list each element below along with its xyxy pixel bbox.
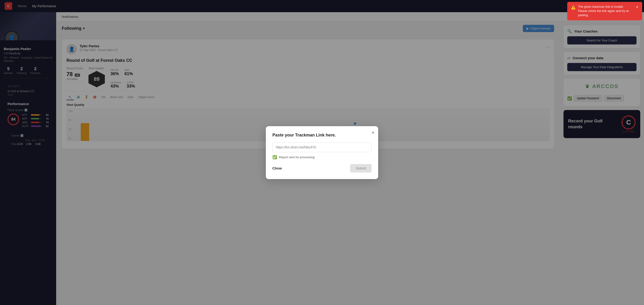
modal-submit-button[interactable]: Submit bbox=[350, 164, 372, 172]
warning-icon: ⚠️ bbox=[571, 5, 576, 10]
modal-overlay: Paste your Trackman Link here. × ✅ Repor… bbox=[0, 0, 644, 305]
error-toast: ⚠️ The given trackman link is invalid. P… bbox=[567, 2, 642, 20]
toast-message: The given trackman link is invalid. Plea… bbox=[578, 5, 632, 18]
modal-actions: Close Submit bbox=[272, 164, 372, 172]
toast-close-button[interactable]: × bbox=[636, 5, 638, 10]
modal-close-button[interactable]: Close bbox=[272, 164, 282, 172]
modal-success-message: ✅ Report sent for processing bbox=[272, 155, 372, 160]
success-check-icon: ✅ bbox=[272, 155, 277, 160]
modal-title: Paste your Trackman Link here. bbox=[272, 133, 372, 138]
trackman-modal: Paste your Trackman Link here. × ✅ Repor… bbox=[266, 126, 378, 179]
trackman-link-input[interactable] bbox=[272, 142, 372, 152]
modal-close-x-button[interactable]: × bbox=[372, 130, 374, 135]
success-text: Report sent for processing bbox=[279, 156, 314, 159]
